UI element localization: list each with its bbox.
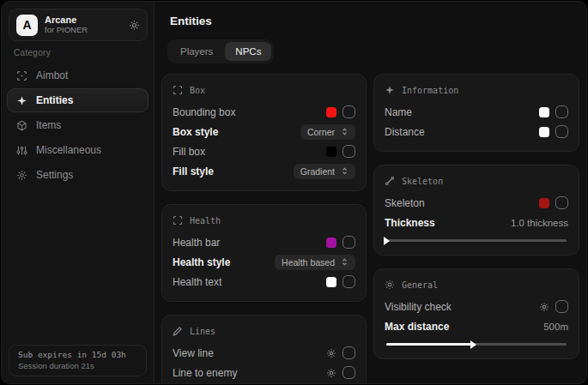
- select-value: Gradient: [300, 166, 335, 177]
- brand-card: A Arcane for PIONER: [9, 9, 148, 41]
- color-swatch[interactable]: [326, 238, 336, 248]
- option-gear-icon[interactable]: [539, 302, 549, 312]
- setting-row-max-distance: Max distance 500m: [385, 316, 568, 336]
- color-swatch[interactable]: [539, 127, 549, 137]
- color-swatch[interactable]: [539, 107, 549, 117]
- setting-label: Fill box: [173, 146, 205, 158]
- gear-icon: [16, 170, 27, 181]
- fill-style-select[interactable]: Gradient: [294, 164, 355, 179]
- entities-icon: [16, 95, 27, 106]
- color-swatch[interactable]: [326, 147, 336, 157]
- setting-label: Health bar: [173, 237, 220, 249]
- setting-row-distance: Distance: [385, 122, 568, 141]
- crosshair-icon: [16, 70, 27, 81]
- checkbox[interactable]: [342, 236, 355, 249]
- setting-label: Name: [385, 106, 412, 118]
- session-duration-text: Session duration 21s: [18, 361, 137, 370]
- page-title: Entities: [170, 15, 212, 27]
- bone-icon: [385, 176, 395, 186]
- checkbox[interactable]: [555, 125, 568, 138]
- information-icon: [385, 85, 395, 95]
- sun-icon: [385, 280, 395, 290]
- option-gear-icon[interactable]: [326, 368, 336, 378]
- card-title: Skeleton: [402, 177, 443, 186]
- card-title: Information: [402, 86, 458, 95]
- setting-label: Fill style: [173, 165, 214, 177]
- app-window: A Arcane for PIONER Category Aimbot: [1, 1, 587, 384]
- sidebar-item-miscellaneous[interactable]: Miscellaneous: [7, 138, 149, 162]
- setting-label: Distance: [385, 126, 425, 138]
- pencil-line-icon: [173, 326, 183, 336]
- sidebar-item-settings[interactable]: Settings: [7, 163, 149, 187]
- checkbox[interactable]: [342, 275, 355, 288]
- settings-gear-icon[interactable]: [129, 20, 140, 31]
- entity-type-tabs: Players NPCs: [167, 39, 274, 63]
- setting-row-thickness: Thickness 1.0 thickness: [385, 213, 568, 232]
- sidebar-item-items[interactable]: Items: [7, 113, 149, 137]
- box-style-select[interactable]: Corner: [300, 124, 355, 140]
- card-title: Box: [190, 86, 205, 95]
- setting-row-fill-box: Fill box: [173, 141, 355, 161]
- right-column: Information Name Distance: [373, 74, 579, 359]
- health-card: Health Health bar Health style Health ba…: [161, 204, 367, 302]
- brand-subtitle: for PIONER: [45, 26, 122, 35]
- slider-thumb[interactable]: [384, 237, 390, 245]
- thickness-slider[interactable]: [386, 239, 567, 242]
- card-title: Health: [190, 216, 221, 226]
- color-swatch[interactable]: [326, 277, 336, 287]
- sidebar-item-entities[interactable]: Entities: [7, 88, 149, 112]
- chevron-updown-icon: [341, 258, 349, 266]
- setting-row-box-style: Box style Corner: [173, 122, 355, 141]
- setting-label: Line to enemy: [173, 367, 237, 379]
- information-card: Information Name Distance: [373, 74, 579, 152]
- checkbox[interactable]: [555, 105, 568, 118]
- setting-row-line-to-enemy: Line to enemy: [173, 363, 355, 382]
- setting-label: Box style: [173, 126, 218, 138]
- select-value: Corner: [307, 127, 335, 137]
- checkbox[interactable]: [342, 145, 355, 158]
- sidebar-item-label: Aimbot: [36, 69, 68, 81]
- option-gear-icon[interactable]: [326, 348, 336, 358]
- checkbox[interactable]: [342, 346, 355, 359]
- color-swatch[interactable]: [539, 198, 549, 208]
- select-value: Health based: [282, 257, 335, 268]
- card-title: Lines: [190, 327, 215, 336]
- setting-label: Health text: [173, 276, 221, 288]
- setting-row-health-bar: Health bar: [173, 232, 355, 252]
- setting-label: Bounding box: [173, 106, 235, 118]
- thickness-value: 1.0 thickness: [511, 218, 568, 228]
- sidebar-item-label: Items: [36, 119, 61, 131]
- sidebar-item-aimbot[interactable]: Aimbot: [7, 63, 149, 87]
- setting-row-health-text: Health text: [173, 272, 355, 292]
- setting-label: Health style: [173, 256, 230, 268]
- checkbox[interactable]: [342, 366, 355, 379]
- setting-label: Max distance: [385, 321, 449, 333]
- general-card: General Visibility check Max distance 50…: [373, 268, 579, 359]
- slider-fill: [386, 343, 473, 346]
- color-swatch[interactable]: [326, 107, 336, 117]
- checkbox[interactable]: [342, 105, 355, 118]
- brand-text: Arcane for PIONER: [45, 15, 122, 35]
- checkbox[interactable]: [555, 300, 568, 313]
- lines-card: Lines View line Line to enemy: [161, 315, 367, 384]
- slider-thumb[interactable]: [470, 340, 476, 349]
- skeleton-card: Skeleton Skeleton Thickness 1.0 thicknes…: [373, 165, 579, 256]
- box-corners-icon: [173, 85, 183, 95]
- tab-npcs[interactable]: NPCs: [225, 42, 271, 61]
- sidebar-item-label: Miscellaneous: [36, 144, 101, 156]
- category-label: Category: [14, 48, 51, 57]
- max-distance-value: 500m: [543, 322, 568, 332]
- sidebar-item-label: Entities: [36, 94, 73, 106]
- setting-row-view-line: View line: [173, 343, 355, 363]
- health-style-select[interactable]: Health based: [275, 255, 355, 270]
- setting-row-name: Name: [385, 102, 568, 122]
- chevron-updown-icon: [341, 128, 349, 135]
- max-distance-slider[interactable]: [386, 343, 567, 346]
- main-panel: Entities Players NPCs Box Bounding box: [155, 2, 586, 383]
- chevron-updown-icon: [341, 167, 349, 175]
- sub-expiry-text: Sub expires in 15d 03h: [18, 350, 137, 359]
- tab-players[interactable]: Players: [170, 42, 223, 61]
- checkbox[interactable]: [555, 196, 568, 209]
- setting-label: Thickness: [385, 217, 435, 229]
- brand-title: Arcane: [45, 15, 122, 26]
